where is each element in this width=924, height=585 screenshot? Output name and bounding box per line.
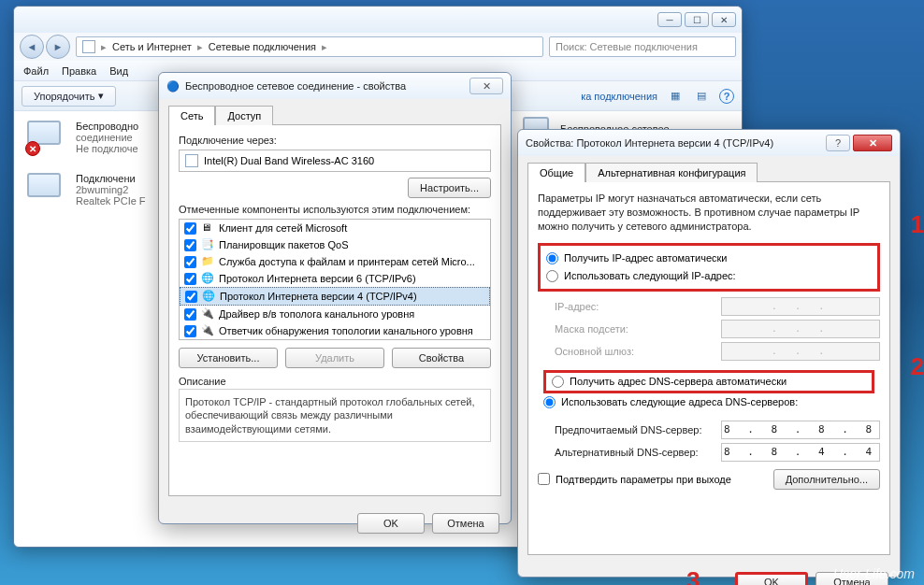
ip-address-input: . . . bbox=[721, 297, 880, 316]
protocol-icon: 🌐 bbox=[202, 290, 215, 303]
ok-button[interactable]: OK bbox=[735, 572, 808, 585]
view-icon[interactable]: ▤ bbox=[693, 88, 710, 105]
component-item-ipv4[interactable]: 🌐Протокол Интернета версии 4 (TCP/IPv4) bbox=[180, 287, 490, 306]
forward-button[interactable]: ► bbox=[46, 35, 70, 59]
alternate-dns-input[interactable]: 8 . 8 . 4 . 4 bbox=[721, 443, 880, 462]
driver-icon: 🔌 bbox=[201, 307, 214, 321]
description-text: Протокол TCP/IP - стандартный протокол г… bbox=[179, 389, 491, 442]
adapter-box: Intel(R) Dual Band Wireless-AC 3160 bbox=[179, 150, 491, 172]
radio-input[interactable] bbox=[552, 376, 564, 388]
responder-icon: 🔌 bbox=[201, 324, 214, 337]
properties-button[interactable]: Свойства bbox=[392, 348, 491, 368]
tab-row: Сеть Доступ bbox=[159, 99, 511, 124]
ip-mode-group: Получить IP-адрес автоматически Использо… bbox=[538, 243, 880, 292]
connect-via-label: Подключение через: bbox=[179, 135, 491, 146]
component-item[interactable]: 📑Планировщик пакетов QoS bbox=[180, 236, 490, 253]
remove-button: Удалить bbox=[285, 348, 384, 368]
radio-input[interactable] bbox=[546, 270, 558, 282]
components-list[interactable]: 🖥Клиент для сетей Microsoft 📑Планировщик… bbox=[179, 219, 491, 340]
ip-fields: IP-адрес:. . . Маска подсети:. . . Основ… bbox=[555, 297, 880, 361]
install-button[interactable]: Установить... bbox=[179, 348, 278, 368]
tab-access[interactable]: Доступ bbox=[215, 106, 273, 125]
dns-fields: Предпочитаемый DNS-сервер:8 . 8 . 8 . 8 … bbox=[555, 421, 880, 462]
close-button[interactable]: ✕ bbox=[853, 135, 892, 151]
tab-general[interactable]: Общие bbox=[527, 163, 585, 182]
breadcrumb-item[interactable]: Сетевые подключения bbox=[209, 41, 316, 52]
toolbar-link[interactable]: ка подключения bbox=[581, 91, 657, 102]
preferred-dns-input[interactable]: 8 . 8 . 8 . 8 bbox=[721, 421, 880, 439]
help-button[interactable]: ? bbox=[826, 135, 850, 151]
component-checkbox[interactable] bbox=[184, 239, 196, 251]
component-checkbox[interactable] bbox=[184, 222, 196, 235]
validate-checkbox-row[interactable]: Подтвердить параметры при выходе bbox=[538, 473, 731, 485]
radio-input[interactable] bbox=[546, 252, 558, 264]
dialog-footer: OK Отмена bbox=[159, 506, 511, 541]
explorer-titlebar: ─ ☐ ✕ bbox=[14, 7, 742, 33]
folder-icon bbox=[82, 40, 95, 53]
back-button[interactable]: ◄ bbox=[20, 35, 44, 59]
component-item[interactable]: 🔌Ответчик обнаружения топологии канально… bbox=[180, 322, 490, 339]
configure-button[interactable]: Настроить... bbox=[408, 178, 491, 198]
adapter-icon bbox=[185, 154, 198, 167]
menu-view[interactable]: Вид bbox=[109, 65, 128, 77]
component-item[interactable]: 🖥Клиент для сетей Microsoft bbox=[180, 220, 490, 236]
validate-checkbox[interactable] bbox=[538, 473, 550, 485]
close-button[interactable]: ✕ bbox=[469, 78, 503, 94]
ipv4-properties-dialog: Свойства: Протокол Интернета версии 4 (T… bbox=[517, 129, 901, 578]
tab-row: Общие Альтернативная конфигурация bbox=[518, 156, 900, 181]
annotation-3: 3 bbox=[686, 566, 700, 585]
component-item[interactable]: 🌐Протокол Интернета версии 6 (TCP/IPv6) bbox=[180, 270, 490, 287]
tab-panel: Параметры IP могут назначаться автоматич… bbox=[527, 181, 890, 555]
radio-auto-dns[interactable]: Получить адрес DNS-сервера автоматически bbox=[543, 370, 874, 393]
client-icon: 🖥 bbox=[201, 221, 214, 235]
component-item[interactable]: 🔌Драйвер в/в тополога канального уровня bbox=[180, 306, 490, 322]
ok-button[interactable]: OK bbox=[357, 513, 425, 534]
radio-manual-dns[interactable]: Использовать следующие адреса DNS-сервер… bbox=[543, 393, 874, 411]
address-row: ◄ ► ▸ Сеть и Интернет ▸ Сетевые подключе… bbox=[14, 33, 742, 61]
dns-mode-group: Получить адрес DNS-сервера автоматически… bbox=[538, 366, 880, 415]
menu-file[interactable]: Файл bbox=[23, 65, 49, 77]
adapter-properties-dialog: 🔵Беспроводное сетевое соединение - свойс… bbox=[158, 72, 512, 524]
search-placeholder: Поиск: Сетевые подключения bbox=[556, 41, 698, 52]
help-icon[interactable]: ? bbox=[719, 89, 734, 104]
breadcrumb-item[interactable]: Сеть и Интернет bbox=[112, 41, 192, 52]
info-text: Параметры IP могут назначаться автоматич… bbox=[538, 192, 880, 234]
gateway-input: . . . bbox=[721, 342, 880, 361]
component-checkbox[interactable] bbox=[184, 308, 196, 321]
cancel-button[interactable]: Отмена bbox=[432, 513, 499, 534]
radio-auto-ip[interactable]: Получить IP-адрес автоматически bbox=[546, 250, 872, 267]
annotation-2: 2 bbox=[911, 352, 924, 381]
minimize-button[interactable]: ─ bbox=[657, 12, 682, 27]
component-item[interactable]: 📁Служба доступа к файлам и принтерам сет… bbox=[180, 253, 490, 270]
qos-icon: 📑 bbox=[201, 238, 214, 251]
organize-button[interactable]: Упорядочить ▾ bbox=[22, 86, 116, 107]
component-checkbox[interactable] bbox=[185, 291, 197, 303]
share-icon: 📁 bbox=[201, 255, 214, 268]
radio-manual-ip[interactable]: Использовать следующий IP-адрес: bbox=[546, 267, 872, 285]
adapter-icon: 🔵 bbox=[166, 80, 180, 93]
error-icon: ✕ bbox=[25, 141, 40, 156]
dialog-titlebar: Свойства: Протокол Интернета версии 4 (T… bbox=[518, 130, 900, 156]
component-checkbox[interactable] bbox=[184, 325, 196, 337]
subnet-mask-input: . . . bbox=[721, 320, 880, 338]
tab-network[interactable]: Сеть bbox=[168, 106, 215, 125]
radio-input[interactable] bbox=[543, 396, 556, 408]
component-checkbox[interactable] bbox=[184, 256, 196, 268]
component-checkbox[interactable] bbox=[184, 273, 196, 285]
advanced-button[interactable]: Дополнительно... bbox=[773, 469, 880, 490]
maximize-button[interactable]: ☐ bbox=[685, 12, 709, 27]
annotation-1: 1 bbox=[911, 210, 924, 239]
tab-alt-config[interactable]: Альтернативная конфигурация bbox=[585, 163, 758, 182]
components-label: Отмеченные компоненты используются этим … bbox=[179, 204, 491, 215]
close-button[interactable]: ✕ bbox=[712, 12, 736, 27]
address-bar[interactable]: ▸ Сеть и Интернет ▸ Сетевые подключения … bbox=[76, 36, 543, 57]
protocol-icon: 🌐 bbox=[201, 272, 214, 285]
dialog-titlebar: 🔵Беспроводное сетевое соединение - свойс… bbox=[159, 73, 511, 99]
watermark: User-Life.com bbox=[833, 566, 915, 581]
view-icon[interactable]: ▦ bbox=[667, 88, 684, 105]
search-input[interactable]: Поиск: Сетевые подключения bbox=[549, 36, 736, 57]
menu-edit[interactable]: Правка bbox=[62, 65, 96, 77]
description-label: Описание bbox=[179, 376, 491, 387]
tab-panel: Подключение через: Intel(R) Dual Band Wi… bbox=[168, 124, 501, 496]
